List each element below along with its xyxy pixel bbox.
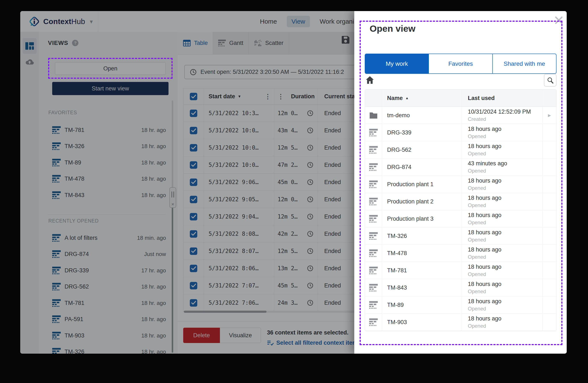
view-name: TM-478 (387, 250, 407, 257)
home-icon[interactable] (365, 76, 374, 84)
last-used-time: 18 hours ago (468, 229, 542, 236)
gantt-icon (369, 146, 378, 154)
last-used-action: Opened (468, 202, 542, 208)
last-used-action: Opened (468, 168, 542, 174)
last-used-time: 10/31/2024 12:52:09 PM (468, 109, 542, 115)
last-used-time: 18 hours ago (468, 298, 542, 305)
search-button[interactable] (544, 74, 556, 87)
open-view-dialog: Open view My work Favorites Shared with … (354, 11, 567, 354)
gantt-icon (369, 198, 378, 206)
dialog-tabs: My work Favorites Shared with me (365, 54, 556, 74)
gantt-icon (369, 318, 378, 326)
search-icon (547, 77, 554, 84)
last-used-action: Opened (468, 220, 542, 226)
gantt-icon (369, 284, 378, 292)
view-row[interactable]: TM-903 18 hours ago Opened ▶ (365, 314, 556, 331)
view-row[interactable]: DRG-339 18 hours ago Opened ▶ (365, 124, 556, 141)
view-row[interactable]: tm-demo 10/31/2024 12:52:09 PM Created ▶ (365, 107, 556, 124)
app-window: ContextHub ▾ Home View Work organiz VIEW… (20, 11, 567, 354)
screenshot-frame: ContextHub ▾ Home View Work organiz VIEW… (0, 0, 588, 383)
last-used-time: 18 hours ago (468, 246, 542, 253)
tab-my-work[interactable]: My work (365, 54, 428, 73)
last-used-action: Opened (468, 185, 542, 191)
view-name: TM-781 (387, 267, 407, 274)
view-name: TM-89 (387, 302, 404, 308)
gantt-icon (369, 180, 378, 188)
last-used-action: Opened (468, 151, 542, 157)
tab-favorites[interactable]: Favorites (428, 54, 492, 73)
gantt-icon (369, 249, 378, 257)
view-name: Production plant 2 (387, 198, 434, 205)
last-used-time: 18 hours ago (468, 177, 542, 184)
gantt-icon (369, 267, 378, 274)
view-row[interactable]: TM-89 18 hours ago Opened ▶ (365, 296, 556, 314)
close-icon[interactable] (555, 16, 563, 24)
last-used-action: Opened (468, 237, 542, 243)
view-name: TM-843 (387, 285, 407, 291)
last-used-time: 18 hours ago (468, 281, 542, 287)
last-used-time: 18 hours ago (468, 126, 542, 132)
view-row[interactable]: DRG-562 18 hours ago Opened ▶ (365, 141, 556, 158)
view-name: DRG-562 (387, 147, 411, 153)
view-name: tm-demo (387, 112, 410, 119)
last-used-action: Opened (468, 306, 542, 312)
sort-asc-icon: ▲ (405, 96, 409, 100)
view-name: DRG-874 (387, 164, 411, 171)
last-used-action: Opened (468, 288, 542, 294)
last-used-time: 18 hours ago (468, 195, 542, 201)
last-used-action: Opened (468, 271, 542, 277)
gantt-icon (369, 215, 378, 223)
views-table: Name ▲ Last used tm-demo 10/31/2024 12:5… (365, 89, 556, 331)
gantt-icon (369, 129, 378, 137)
view-row[interactable]: DRG-874 43 minutes ago Opened ▶ (365, 158, 556, 176)
view-row[interactable]: Production plant 2 18 hours ago Opened ▶ (365, 193, 556, 210)
column-last-used[interactable]: Last used (462, 90, 542, 107)
last-used-action: Created (468, 116, 542, 122)
chevron-right-icon[interactable]: ▶ (548, 113, 551, 118)
gantt-icon (369, 163, 378, 171)
view-row[interactable]: Production plant 1 18 hours ago Opened ▶ (365, 176, 556, 193)
view-name: TM-326 (387, 233, 407, 239)
folder-icon (369, 112, 378, 119)
view-name: TM-903 (387, 319, 407, 326)
last-used-action: Opened (468, 323, 542, 329)
view-row[interactable]: TM-843 18 hours ago Opened ▶ (365, 279, 556, 296)
last-used-time: 18 hours ago (468, 143, 542, 150)
gantt-icon (369, 301, 378, 309)
view-name: Production plant 1 (387, 181, 434, 188)
view-row[interactable]: TM-478 18 hours ago Opened ▶ (365, 245, 556, 262)
view-name: DRG-339 (387, 129, 411, 136)
gantt-icon (369, 232, 378, 240)
last-used-time: 18 hours ago (468, 264, 542, 270)
dialog-title: Open view (370, 23, 416, 34)
last-used-time: 43 minutes ago (468, 160, 542, 167)
view-row[interactable]: Production plant 3 18 hours ago Opened ▶ (365, 210, 556, 228)
last-used-time: 18 hours ago (468, 212, 542, 219)
last-used-time: 18 hours ago (468, 315, 542, 322)
view-row[interactable]: TM-781 18 hours ago Opened ▶ (365, 262, 556, 279)
column-name[interactable]: Name ▲ (382, 95, 462, 101)
last-used-action: Opened (468, 254, 542, 260)
view-name: Production plant 3 (387, 215, 434, 222)
view-row[interactable]: TM-326 18 hours ago Opened ▶ (365, 228, 556, 245)
last-used-action: Opened (468, 134, 542, 139)
views-table-header: Name ▲ Last used (365, 90, 556, 107)
tab-shared-with-me[interactable]: Shared with me (492, 54, 556, 73)
